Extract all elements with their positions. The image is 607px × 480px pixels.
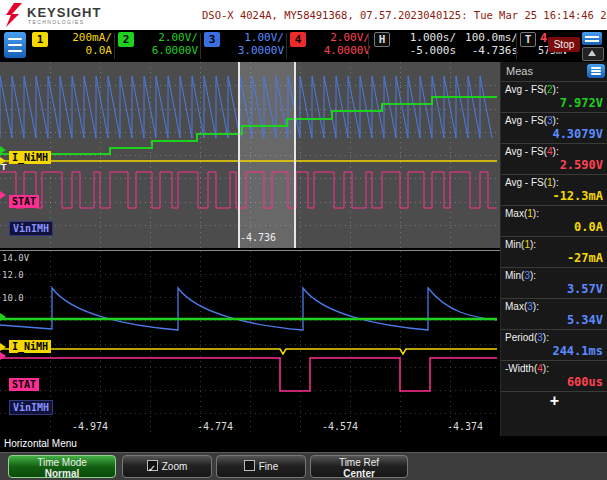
fine-checkbox[interactable] — [244, 460, 255, 471]
measurement-row[interactable]: Min(3): 3.57V — [501, 268, 607, 299]
softkey-time-ref[interactable]: Time Ref Center — [310, 455, 408, 478]
channel-4-trace-label: STAT — [9, 195, 39, 208]
channel-3-scale: 1.00V/ — [244, 31, 284, 44]
channel-2-position-marker[interactable] — [0, 313, 6, 321]
meas-value: 0.0A — [574, 220, 603, 234]
measurement-row[interactable]: Avg - FS(4): 2.590V — [501, 144, 607, 175]
channel-2-badge[interactable]: 2 — [118, 32, 134, 47]
meas-menu-icon[interactable] — [587, 64, 605, 78]
meas-value: -12.3mA — [552, 189, 603, 203]
measurement-header: Meas — [501, 62, 607, 82]
channel-1-badge[interactable]: 1 — [32, 32, 48, 47]
channel-4-scale: 2.00V/ — [330, 31, 370, 44]
measurement-row[interactable]: Avg - FS(2): 7.972V — [501, 82, 607, 113]
measurement-row[interactable]: -Width(4): 600us — [501, 361, 607, 392]
channel-1-position-marker[interactable] — [0, 343, 6, 351]
touch-icon[interactable] — [582, 32, 602, 45]
instrument-title: DSO-X 4024A, MY58491368, 07.57.202304012… — [202, 9, 607, 21]
meas-value: 3.57V — [567, 282, 603, 296]
channel-4-trace-label: STAT — [9, 378, 39, 391]
main-menu-icon[interactable] — [4, 32, 26, 58]
timebase-zoom-delay: -4.736s — [460, 44, 518, 57]
measurement-row[interactable]: Min(1): -27mA — [501, 237, 607, 268]
meas-label: Max(1): — [505, 208, 539, 219]
meas-value: 4.3079V — [552, 127, 603, 141]
waveform-canvas — [0, 251, 500, 436]
divider — [368, 33, 369, 59]
menu-title: Horizontal Menu — [4, 438, 77, 449]
measurement-panel-title: Meas — [506, 65, 533, 77]
measurement-row[interactable]: Max(1): 0.0A — [501, 206, 607, 237]
channel-4-position-marker[interactable] — [0, 191, 6, 199]
divider — [114, 33, 115, 59]
channel-3-status[interactable]: 3 1.00V/ 3.0000V — [204, 32, 284, 59]
measurement-row[interactable]: Max(3): 5.34V — [501, 299, 607, 330]
channel-3-badge[interactable]: 3 — [204, 32, 220, 47]
channel-2-status[interactable]: 2 2.00V/ 6.0000V — [118, 32, 198, 59]
softkey-label: Time Ref — [311, 457, 407, 468]
divider — [286, 33, 287, 59]
side-panel-icon[interactable] — [582, 47, 604, 61]
trigger-source: 4 — [540, 31, 547, 45]
overview-waveform-panel[interactable]: T I_NiMH STAT VinIMH -4.736 — [0, 62, 500, 248]
waveform-canvas — [0, 62, 500, 248]
x-axis-label: -4.774 — [191, 421, 239, 432]
channel-2-position-marker[interactable] — [0, 146, 6, 154]
keysight-logo-icon — [6, 3, 22, 27]
meas-label: Max(3): — [505, 301, 539, 312]
run-state-indicator[interactable]: Stop — [548, 37, 580, 52]
softkey-time-mode[interactable]: Time Mode Normal — [8, 455, 116, 478]
status-bar: 1 200mA/ 0.0A 2 2.00V/ 6.0000V 3 1.00V/ … — [0, 30, 607, 62]
trigger-level-marker[interactable]: T — [1, 162, 7, 172]
x-axis-label: -4.974 — [66, 421, 114, 432]
y-axis-label: 12.0 — [2, 270, 24, 280]
x-axis-label: -4.574 — [316, 421, 364, 432]
meas-label: Avg - FS(2): — [505, 84, 559, 95]
measurement-row[interactable]: Period(3): 244.1ms — [501, 330, 607, 361]
horizontal-badge[interactable]: H — [374, 32, 390, 47]
softkey-bar: Time Mode Normal ✓Zoom Fine Time Ref Cen… — [0, 452, 607, 480]
meas-value: 2.590V — [560, 158, 603, 172]
meas-value: 5.34V — [567, 313, 603, 327]
channel-1-trace-label: I_NiMH — [9, 151, 51, 164]
trigger-badge[interactable]: T — [520, 32, 536, 47]
softkey-zoom[interactable]: ✓Zoom — [122, 455, 212, 478]
meas-value: 244.1ms — [552, 344, 603, 358]
zoom-waveform-panel[interactable]: 14.0V 12.0 10.0 I_NiMH STAT VinIMH -4.97… — [0, 250, 500, 436]
measurement-row[interactable]: Avg - FS(3): 4.3079V — [501, 113, 607, 144]
horizontal-status[interactable]: H 1.000s/ -5.000s 100.0ms/ -4.736s — [374, 32, 518, 59]
softkey-label: Fine — [259, 461, 278, 472]
channel-4-badge[interactable]: 4 — [290, 32, 306, 47]
channel-1-status[interactable]: 1 200mA/ 0.0A — [32, 32, 112, 59]
divider — [200, 33, 201, 59]
channel-4-position-marker[interactable] — [0, 352, 6, 360]
brand-name: KEYSIGHT — [27, 5, 101, 20]
brand-subtitle: TECHNOLOGIES — [28, 19, 85, 25]
menu-title-bar: Horizontal Menu — [0, 436, 607, 452]
header: KEYSIGHT TECHNOLOGIES DSO-X 4024A, MY584… — [0, 0, 607, 30]
measurement-row[interactable]: Avg - FS(1): -12.3mA — [501, 175, 607, 206]
channel-1-scale: 200mA/ — [72, 31, 112, 44]
meas-label: Min(1): — [505, 239, 536, 250]
zoom-checkbox[interactable]: ✓ — [147, 460, 158, 471]
divider — [516, 33, 517, 59]
channel-4-offset: 4.0000V — [324, 44, 370, 57]
softkey-fine[interactable]: Fine — [216, 455, 306, 478]
meas-label: Avg - FS(3): — [505, 115, 559, 126]
meas-value: 7.972V — [560, 96, 603, 110]
meas-label: Period(3): — [505, 332, 549, 343]
x-axis-label: -4.374 — [441, 421, 489, 432]
channel-4-status[interactable]: 4 2.00V/ 4.0000V — [290, 32, 370, 59]
meas-label: Min(3): — [505, 270, 536, 281]
channel-1-offset: 0.0A — [86, 44, 113, 57]
timebase-main-scale: 1.000s/ — [394, 31, 456, 44]
channel-2-scale: 2.00V/ — [158, 31, 198, 44]
softkey-value: Center — [311, 468, 407, 479]
y-axis-label: 14.0V — [2, 253, 29, 263]
zoom-window-time-label: -4.736 — [240, 232, 276, 243]
meas-label: Avg - FS(1): — [505, 177, 559, 188]
measurement-sidebar: Meas Avg - FS(2): 7.972V Avg - FS(3): 4.… — [500, 62, 607, 436]
meas-label: Avg - FS(4): — [505, 146, 559, 157]
meas-value: 600us — [567, 375, 603, 389]
channel-2-offset: 6.0000V — [152, 44, 198, 57]
